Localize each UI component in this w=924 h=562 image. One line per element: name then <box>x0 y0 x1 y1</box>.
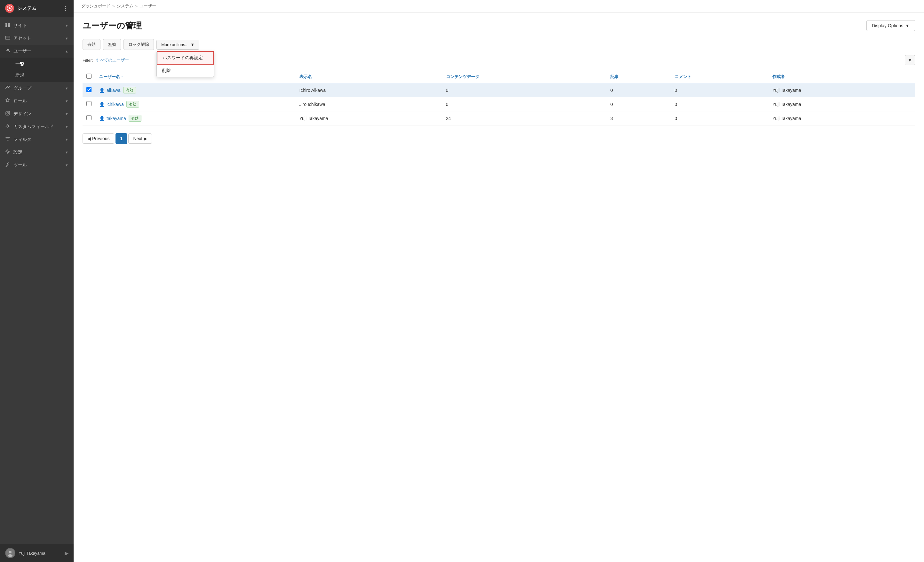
row3-articles: 3 <box>607 111 671 125</box>
svg-rect-5 <box>8 25 10 27</box>
next-button[interactable]: Next ▶ <box>128 134 152 144</box>
more-actions-dropdown: パスワードの再設定 削除 <box>156 51 214 77</box>
sidebar-item-design[interactable]: デザイン ▼ <box>0 108 74 120</box>
row2-articles: 0 <box>607 97 671 111</box>
breadcrumb-users[interactable]: ユーザー <box>140 3 156 9</box>
expand-icon[interactable]: ▶ <box>64 550 69 556</box>
users-table: ユーザー名 表示名 コンテンツデータ 記事 コメント 作成者 <box>82 71 915 125</box>
svg-rect-6 <box>6 36 10 39</box>
more-actions-wrapper: More actions... ▼ パスワードの再設定 削除 <box>156 40 200 50</box>
sidebar-item-settings[interactable]: 設定 ▼ <box>0 146 74 159</box>
filter-left: Filter: すべてのユーザー <box>82 57 129 63</box>
sidebar-item-users-new[interactable]: 新規 <box>0 70 74 81</box>
svg-rect-4 <box>6 25 8 27</box>
row1-checkbox[interactable] <box>86 87 92 92</box>
chevron-design: ▼ <box>65 112 69 116</box>
display-options-button[interactable]: Display Options ▼ <box>866 20 915 31</box>
page-number-1[interactable]: 1 <box>116 133 127 144</box>
row3-username-link[interactable]: takayama <box>106 116 126 121</box>
chevron-filter: ▼ <box>65 138 69 141</box>
sidebar-menu-icon[interactable]: ⋮ <box>63 5 69 12</box>
sidebar-item-users[interactable]: ユーザー ▲ <box>0 45 74 58</box>
sidebar-item-tools[interactable]: ツール ▼ <box>0 159 74 171</box>
users-submenu: 一覧 新規 <box>0 58 74 82</box>
groups-icon <box>5 85 10 92</box>
breadcrumb-dashboard[interactable]: ダッシュボード <box>81 3 110 9</box>
select-all-checkbox[interactable] <box>86 74 92 79</box>
sidebar-header-left: システム <box>5 4 36 13</box>
more-actions-label: More actions... <box>161 42 189 47</box>
sidebar-title: システム <box>17 6 36 12</box>
row3-checkbox-cell <box>82 111 95 125</box>
main-content: ダッシュボード > システム > ユーザー ユーザーの管理 Display Op… <box>74 0 924 562</box>
svg-rect-3 <box>8 23 10 25</box>
sidebar-item-roles[interactable]: ロール ▼ <box>0 95 74 108</box>
header-articles[interactable]: 記事 <box>607 71 671 83</box>
filter-dropdown-button[interactable]: ▼ <box>905 55 915 65</box>
next-icon: ▶ <box>144 136 147 141</box>
next-label: Next <box>133 136 142 141</box>
sidebar-item-site[interactable]: サイト ▼ <box>0 19 74 32</box>
app-logo <box>5 4 14 13</box>
sidebar-item-groups[interactable]: グループ ▼ <box>0 82 74 95</box>
header-comments[interactable]: コメント <box>671 71 768 83</box>
chevron-users: ▲ <box>65 49 69 53</box>
header-content-data[interactable]: コンテンツデータ <box>442 71 607 83</box>
row1-username-link[interactable]: aikawa <box>106 88 121 93</box>
breadcrumb-sep-2: > <box>135 4 138 9</box>
svg-point-12 <box>7 125 9 127</box>
chevron-roles: ▼ <box>65 99 69 103</box>
row2-username-link[interactable]: ichikawa <box>106 102 124 107</box>
sidebar-item-label-filter: フィルタ <box>14 137 32 143</box>
site-icon <box>5 23 10 29</box>
sidebar-item-label-site: サイト <box>14 23 27 29</box>
row3-status-badge: 有効 <box>129 115 141 122</box>
row2-author: Yuji Takayama <box>768 97 915 111</box>
previous-icon: ◀ <box>87 136 91 141</box>
settings-icon <box>5 149 10 156</box>
active-button[interactable]: 有効 <box>82 39 100 50</box>
header-author[interactable]: 作成者 <box>768 71 915 83</box>
row1-author: Yuji Takayama <box>768 83 915 97</box>
user-icon-3: 👤 <box>99 116 105 121</box>
row2-comments: 0 <box>671 97 768 111</box>
breadcrumb: ダッシュボード > システム > ユーザー <box>81 3 916 9</box>
svg-point-15 <box>9 551 12 553</box>
previous-button[interactable]: ◀ Previous <box>82 134 114 144</box>
sidebar-item-custom-fields[interactable]: カスタムフィールド ▼ <box>0 120 74 133</box>
dropdown-item-delete[interactable]: 削除 <box>157 65 214 77</box>
row3-comments: 0 <box>671 111 768 125</box>
sidebar-item-label-assets: アセット <box>14 36 32 41</box>
sidebar: システム ⋮ サイト ▼ アセット ▼ <box>0 0 74 562</box>
row1-status-badge: 有効 <box>123 87 136 93</box>
breadcrumb-system[interactable]: システム <box>117 3 134 9</box>
dropdown-item-reset-password[interactable]: パスワードの再設定 <box>157 51 214 65</box>
table-row: 👤 aikawa 有効 Ichiro Aikawa 0 0 0 Yuji Tak… <box>82 83 915 97</box>
chevron-groups: ▼ <box>65 86 69 90</box>
sidebar-item-assets[interactable]: アセット ▼ <box>0 32 74 45</box>
header-display-name[interactable]: 表示名 <box>296 71 442 83</box>
more-actions-button[interactable]: More actions... ▼ <box>156 40 200 50</box>
inactive-button[interactable]: 無効 <box>103 39 121 50</box>
row2-display-name: Jiro Ichikawa <box>296 97 442 111</box>
custom-fields-icon <box>5 123 10 130</box>
row3-checkbox[interactable] <box>86 115 92 120</box>
sidebar-header: システム ⋮ <box>0 0 74 17</box>
row1-articles: 0 <box>607 83 671 97</box>
chevron-site: ▼ <box>65 24 69 27</box>
chevron-custom-fields: ▼ <box>65 125 69 129</box>
filter-icon <box>5 136 10 143</box>
unlock-button[interactable]: ロック解除 <box>123 39 154 50</box>
sidebar-item-users-list[interactable]: 一覧 <box>0 59 74 70</box>
sidebar-item-filter[interactable]: フィルタ ▼ <box>0 133 74 146</box>
row2-checkbox[interactable] <box>86 101 92 106</box>
svg-point-11 <box>7 112 9 114</box>
sidebar-item-label-custom-fields: カスタムフィールド <box>14 124 54 129</box>
filter-dropdown-chevron: ▼ <box>908 58 912 63</box>
filter-label: Filter: <box>82 58 93 63</box>
sidebar-footer: Yuji Takayama ▶ <box>0 544 74 562</box>
row2-username-cell: 👤 ichikawa 有効 <box>95 97 296 111</box>
filter-all-users[interactable]: すべてのユーザー <box>96 57 129 63</box>
svg-point-9 <box>8 86 10 88</box>
chevron-assets: ▼ <box>65 36 69 40</box>
